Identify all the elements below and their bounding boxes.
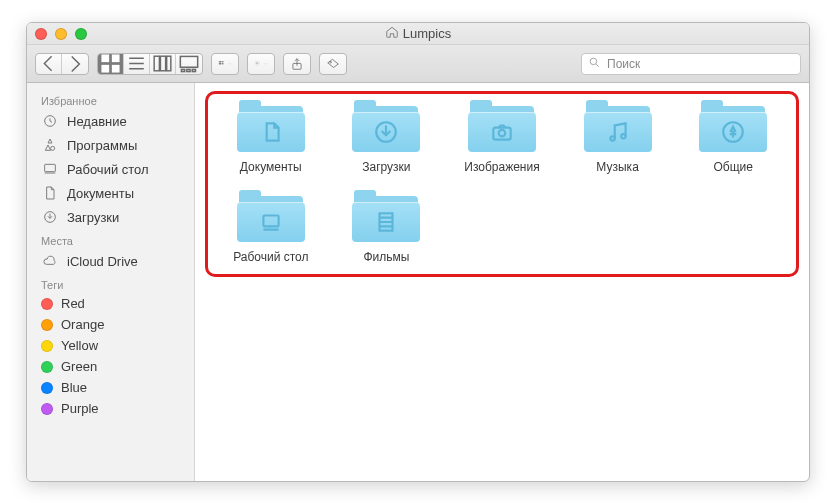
- tag-dot-icon: [41, 340, 53, 352]
- sidebar-item-downloads[interactable]: Загрузки: [27, 205, 194, 229]
- window-title-text: Lumpics: [403, 26, 451, 41]
- folder-grid: ДокументыЗагрузкиИзображенияМузыкаОбщиеР…: [218, 100, 786, 264]
- view-gallery-button[interactable]: [176, 54, 202, 74]
- tag-dot-icon: [41, 361, 53, 373]
- folder-icon: [235, 190, 307, 246]
- sidebar-item-label: Недавние: [67, 114, 127, 129]
- folder-label: Музыка: [596, 160, 638, 174]
- svg-point-23: [590, 58, 597, 64]
- svg-rect-8: [160, 56, 165, 71]
- apps-icon: [41, 136, 59, 154]
- folder-item[interactable]: Общие: [680, 100, 786, 174]
- clock-icon: [41, 112, 59, 130]
- svg-rect-16: [222, 62, 223, 63]
- svg-point-20: [256, 63, 258, 65]
- close-button[interactable]: [35, 28, 47, 40]
- folder-label: Загрузки: [362, 160, 410, 174]
- search-field[interactable]: Поиск: [581, 53, 801, 75]
- action-menu-button[interactable]: [247, 53, 275, 75]
- svg-rect-2: [102, 66, 108, 72]
- sidebar-heading-tags: Теги: [27, 273, 194, 293]
- svg-rect-1: [113, 55, 119, 61]
- content-area[interactable]: ДокументыЗагрузкиИзображенияМузыкаОбщиеР…: [195, 83, 809, 481]
- sidebar-item-label: Рабочий стол: [67, 162, 149, 177]
- svg-line-24: [596, 64, 599, 67]
- window-body: Избранное Недавние Программы Рабочий сто…: [27, 83, 809, 481]
- sidebar-item-label: Загрузки: [67, 210, 119, 225]
- folder-item[interactable]: Музыка: [565, 100, 671, 174]
- zoom-button[interactable]: [75, 28, 87, 40]
- svg-rect-10: [180, 56, 197, 67]
- cloud-icon: [41, 252, 59, 270]
- folder-icon: [235, 100, 307, 156]
- toolbar: Поиск: [27, 45, 809, 83]
- sidebar-item-label: Yellow: [61, 338, 98, 353]
- titlebar: Lumpics: [27, 23, 809, 45]
- sidebar-item-documents[interactable]: Документы: [27, 181, 194, 205]
- view-columns-button[interactable]: [150, 54, 176, 74]
- folder-item[interactable]: Фильмы: [334, 190, 440, 264]
- annotation-highlight: ДокументыЗагрузкиИзображенияМузыкаОбщиеР…: [205, 91, 799, 277]
- sidebar-tag-purple[interactable]: Purple: [27, 398, 194, 419]
- folder-item[interactable]: Рабочий стол: [218, 190, 324, 264]
- svg-rect-11: [181, 69, 184, 71]
- sidebar-tag-blue[interactable]: Blue: [27, 377, 194, 398]
- folder-icon: [466, 100, 538, 156]
- svg-rect-3: [113, 66, 119, 72]
- sidebar-item-recents[interactable]: Недавние: [27, 109, 194, 133]
- back-button[interactable]: [36, 54, 62, 74]
- sidebar-item-label: iCloud Drive: [67, 254, 138, 269]
- document-icon: [41, 184, 59, 202]
- sidebar: Избранное Недавние Программы Рабочий сто…: [27, 83, 195, 481]
- svg-rect-14: [219, 62, 220, 63]
- sidebar-heading-favorites: Избранное: [27, 89, 194, 109]
- view-list-button[interactable]: [124, 54, 150, 74]
- folder-label: Документы: [240, 160, 302, 174]
- sidebar-item-icloud[interactable]: iCloud Drive: [27, 249, 194, 273]
- sidebar-item-desktop[interactable]: Рабочий стол: [27, 157, 194, 181]
- folder-icon: [350, 100, 422, 156]
- svg-rect-39: [263, 216, 278, 227]
- svg-rect-7: [154, 56, 159, 71]
- svg-point-35: [621, 134, 625, 138]
- sidebar-item-apps[interactable]: Программы: [27, 133, 194, 157]
- folder-icon: [350, 190, 422, 246]
- sidebar-item-label: Программы: [67, 138, 137, 153]
- sidebar-item-label: Purple: [61, 401, 99, 416]
- svg-rect-15: [221, 62, 222, 63]
- sidebar-tag-orange[interactable]: Orange: [27, 314, 194, 335]
- svg-point-34: [610, 136, 614, 140]
- folder-icon: [582, 100, 654, 156]
- sidebar-item-label: Документы: [67, 186, 134, 201]
- group-by-button[interactable]: [211, 53, 239, 75]
- nav-buttons: [35, 53, 89, 75]
- svg-rect-18: [221, 64, 222, 65]
- svg-point-33: [499, 130, 506, 137]
- desktop-icon: [41, 160, 59, 178]
- sidebar-item-label: Orange: [61, 317, 104, 332]
- svg-rect-12: [187, 69, 190, 71]
- view-mode-switcher: [97, 53, 203, 75]
- minimize-button[interactable]: [55, 28, 67, 40]
- svg-rect-9: [167, 56, 171, 71]
- folder-item[interactable]: Загрузки: [334, 100, 440, 174]
- folder-label: Общие: [713, 160, 752, 174]
- search-icon: [588, 56, 601, 72]
- share-button[interactable]: [283, 53, 311, 75]
- download-icon: [41, 208, 59, 226]
- sidebar-tag-red[interactable]: Red: [27, 293, 194, 314]
- sidebar-heading-locations: Места: [27, 229, 194, 249]
- view-icons-button[interactable]: [98, 54, 124, 74]
- home-icon: [385, 25, 399, 42]
- folder-item[interactable]: Изображения: [449, 100, 555, 174]
- traffic-lights: [35, 28, 87, 40]
- folder-label: Изображения: [464, 160, 539, 174]
- tag-dot-icon: [41, 382, 53, 394]
- window-title: Lumpics: [27, 25, 809, 42]
- sidebar-tag-yellow[interactable]: Yellow: [27, 335, 194, 356]
- forward-button[interactable]: [62, 54, 88, 74]
- sidebar-tag-green[interactable]: Green: [27, 356, 194, 377]
- folder-icon: [697, 100, 769, 156]
- folder-item[interactable]: Документы: [218, 100, 324, 174]
- tags-button[interactable]: [319, 53, 347, 75]
